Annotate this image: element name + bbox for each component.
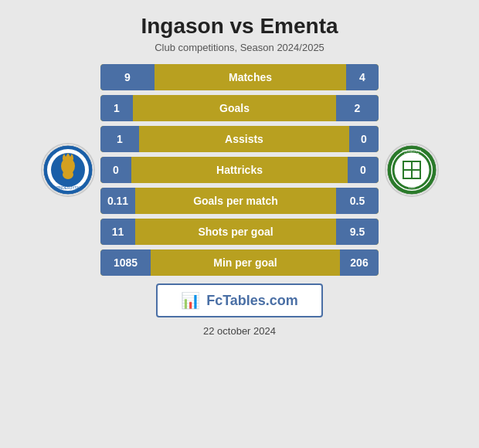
logo-sonderjyske: SØNDERJYSKE	[41, 143, 95, 197]
svg-point-4	[63, 170, 73, 179]
fctables-text: FcTables.com	[206, 293, 298, 309]
stat-row-gpm: 0.11 Goals per match 0.5	[100, 188, 379, 214]
stat-gpm-right: 0.5	[336, 188, 379, 214]
fctables-banner[interactable]: 📊 FcTables.com	[156, 283, 323, 317]
stat-row-hattricks: 0 Hattricks 0	[100, 157, 379, 183]
stat-assists-label: Assists	[139, 126, 349, 152]
stat-row-mpg: 1085 Min per goal 206	[100, 249, 379, 276]
stat-matches-right: 4	[346, 64, 379, 90]
logo-right-container: VIBORG 1896 FODSPORTS	[379, 143, 444, 197]
stat-gpm-left: 0.11	[100, 188, 135, 214]
match-date: 22 october 2024	[203, 325, 276, 337]
stat-hattricks-label: Hattricks	[131, 157, 348, 183]
stat-spg-label: Shots per goal	[135, 219, 336, 245]
page-title: Ingason vs Ementa	[141, 14, 338, 39]
svg-text:FODSPORTS: FODSPORTS	[402, 149, 421, 153]
svg-text:1896: 1896	[408, 185, 416, 189]
stat-row-goals: 1 Goals 2	[100, 95, 379, 121]
page-subtitle: Club competitions, Season 2024/2025	[155, 42, 324, 53]
stat-mpg-right: 206	[340, 249, 379, 276]
svg-rect-6	[63, 157, 73, 160]
stat-goals-label: Goals	[133, 95, 336, 121]
stat-mpg-left: 1085	[100, 249, 151, 276]
page-container: Ingason vs Ementa Club competitions, Sea…	[0, 0, 479, 448]
stat-spg-left: 11	[100, 219, 135, 245]
stats-section: 9 Matches 4 1 Goals 2 1 Assists 0 0 Hatt…	[100, 64, 379, 276]
stat-row-assists: 1 Assists 0	[100, 126, 379, 152]
middle-section: SØNDERJYSKE 9 Matches 4 1 Goals 2 1	[0, 64, 479, 276]
stat-hattricks-left: 0	[100, 157, 131, 183]
fctables-icon: 📊	[181, 291, 200, 310]
stat-assists-left: 1	[100, 126, 139, 152]
stat-matches-left: 9	[100, 64, 155, 90]
stat-assists-right: 0	[349, 126, 379, 152]
svg-text:SØNDERJYSKE: SØNDERJYSKE	[53, 185, 83, 190]
stat-row-matches: 9 Matches 4	[100, 64, 379, 90]
logo-left-container: SØNDERJYSKE	[35, 143, 100, 197]
stat-matches-label: Matches	[155, 64, 346, 90]
stat-goals-left: 1	[100, 95, 133, 121]
stat-goals-right: 2	[336, 95, 379, 121]
stat-spg-right: 9.5	[336, 219, 379, 245]
logo-viborg: VIBORG 1896 FODSPORTS	[385, 143, 439, 197]
stat-mpg-label: Min per goal	[151, 249, 340, 276]
stat-hattricks-right: 0	[348, 157, 379, 183]
stat-row-spg: 11 Shots per goal 9.5	[100, 219, 379, 245]
stat-gpm-label: Goals per match	[135, 188, 336, 214]
